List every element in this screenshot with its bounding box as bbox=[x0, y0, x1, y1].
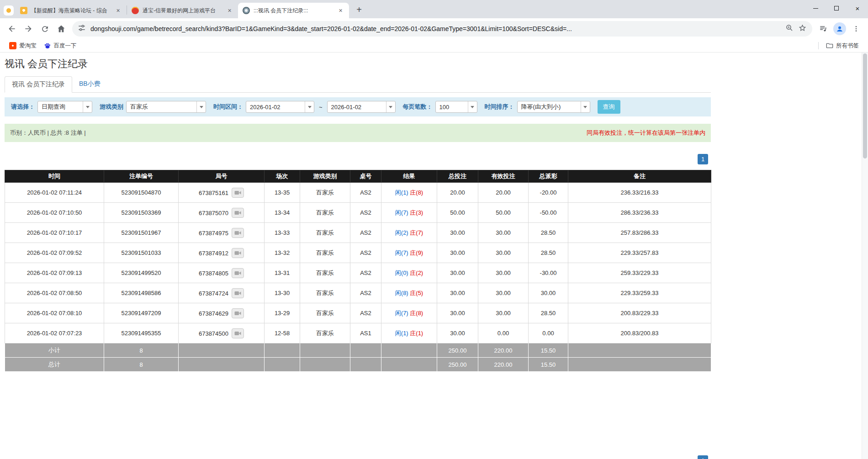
summary-notice: 同局有效投注，统一计算在该局第一张注单内 bbox=[587, 129, 705, 137]
result-banker: 庄(7) bbox=[410, 229, 423, 236]
cell-table-no: AS2 bbox=[350, 243, 381, 263]
tab-bet-records[interactable]: 视讯 会员下注纪录 bbox=[5, 76, 72, 93]
table-footer-row: 总计 8 250.00 220.00 15.50 bbox=[5, 358, 711, 372]
result-banker: 庄(1) bbox=[410, 330, 423, 337]
column-header: 总投注 bbox=[437, 170, 478, 183]
profile-avatar[interactable] bbox=[831, 21, 848, 37]
query-type-select[interactable]: 日期查询 bbox=[37, 101, 92, 113]
notification-badge bbox=[4, 5, 14, 16]
site-settings-icon[interactable] bbox=[78, 24, 86, 34]
tab-close-icon[interactable]: × bbox=[114, 7, 122, 15]
page-scrollbar[interactable] bbox=[862, 53, 868, 459]
refresh-icon[interactable] bbox=[37, 21, 53, 37]
zoom-icon[interactable] bbox=[785, 24, 794, 34]
cell-bet-id: 523091498586 bbox=[104, 283, 179, 303]
bookmark-star-icon[interactable] bbox=[798, 24, 807, 34]
cell-payout: 0.00 bbox=[529, 323, 568, 343]
table-row: 2026-01-02 07:08:10 523091497209 6738746… bbox=[5, 303, 711, 323]
cell-remark: 259.33/229.33 bbox=[568, 263, 711, 283]
cell-total-bet: 30.00 bbox=[437, 263, 478, 283]
window-maximize-button[interactable] bbox=[826, 0, 847, 16]
scrollbar-thumb[interactable] bbox=[863, 53, 867, 158]
footer-count: 8 bbox=[104, 358, 179, 372]
cell-payout: 28.50 bbox=[529, 243, 568, 263]
page-number-button[interactable]: 1 bbox=[698, 154, 708, 164]
footer-empty bbox=[179, 343, 265, 358]
replay-button[interactable] bbox=[232, 228, 244, 238]
replay-button[interactable] bbox=[232, 188, 244, 198]
table-row: 2026-01-02 07:09:52 523091501033 6738749… bbox=[5, 243, 711, 263]
replay-button[interactable] bbox=[232, 288, 244, 298]
cell-session: 13-32 bbox=[265, 243, 300, 263]
game-type-select[interactable]: 百家乐 bbox=[126, 101, 206, 113]
tab-bb-tips[interactable]: BB小费 bbox=[72, 76, 107, 92]
folder-icon bbox=[826, 42, 833, 49]
replay-button[interactable] bbox=[232, 208, 244, 218]
chevron-down-icon bbox=[305, 101, 314, 112]
window-minimize-button[interactable] bbox=[805, 0, 826, 16]
chevron-down-icon bbox=[468, 101, 477, 112]
omnibox[interactable]: dongshouji.com/game/betrecord_search/kin… bbox=[72, 21, 812, 37]
result-player: 闲(0) bbox=[395, 269, 408, 276]
cell-remark: 286.33/236.33 bbox=[568, 203, 711, 223]
game-type-value: 百家乐 bbox=[127, 103, 196, 111]
tab-close-icon[interactable]: × bbox=[337, 7, 344, 15]
cell-remark: 257.83/286.33 bbox=[568, 223, 711, 243]
column-header: 注单编号 bbox=[104, 170, 179, 183]
date-start-select[interactable]: 2026-01-02 bbox=[246, 101, 314, 113]
cell-result: 闲(2) 庄(7) bbox=[381, 223, 437, 243]
bookmark-taobao[interactable]: 爱淘宝 bbox=[5, 41, 40, 51]
cell-game: 百家乐 bbox=[300, 323, 350, 343]
filter-bar: 请选择： 日期查询 游戏类别 百家乐 时间区间： 2026-01-02 ~ 20… bbox=[5, 97, 711, 116]
cell-bet-id: 523091495355 bbox=[104, 323, 179, 343]
new-tab-button[interactable]: + bbox=[353, 3, 365, 16]
round-number: 673874500 bbox=[199, 330, 228, 337]
back-icon[interactable] bbox=[4, 21, 20, 37]
round-number: 673874629 bbox=[199, 310, 228, 317]
round-number: 673874975 bbox=[199, 229, 228, 236]
date-end-select[interactable]: 2026-01-02 bbox=[327, 101, 396, 113]
replay-button[interactable] bbox=[232, 248, 244, 258]
result-banker: 庄(8) bbox=[410, 189, 423, 196]
media-controls-icon[interactable] bbox=[815, 21, 831, 37]
browser-tab-2[interactable]: 通宝-信誉最好的网上游戏平台 × bbox=[127, 3, 238, 18]
search-button[interactable]: 查询 bbox=[598, 100, 620, 114]
sort-select[interactable]: 降幂(由大到小) bbox=[517, 101, 590, 113]
tab-title: 通宝-信誉最好的网上游戏平台 bbox=[143, 7, 222, 15]
cell-payout: -30.00 bbox=[529, 263, 568, 283]
browser-toolbar: dongshouji.com/game/betrecord_search/kin… bbox=[0, 18, 868, 39]
replay-button[interactable] bbox=[232, 268, 244, 278]
tab-close-icon[interactable]: × bbox=[226, 7, 233, 15]
cell-session: 13-33 bbox=[265, 223, 300, 243]
footer-total-bet: 250.00 bbox=[437, 358, 478, 372]
date-range-label: 时间区间： bbox=[213, 103, 243, 111]
query-type-value: 日期查询 bbox=[38, 103, 83, 111]
home-icon[interactable] bbox=[53, 21, 69, 37]
cell-result: 闲(7) 庄(8) bbox=[381, 303, 437, 323]
forward-icon[interactable] bbox=[20, 21, 37, 37]
all-bookmarks-button[interactable]: 所有书签 bbox=[822, 41, 863, 51]
cell-table-no: AS2 bbox=[350, 203, 381, 223]
pagination-top: 1 bbox=[5, 154, 711, 164]
bookmark-baidu[interactable]: 百度一下 bbox=[40, 41, 80, 51]
bookmarks-divider bbox=[818, 42, 819, 49]
browser-menu-kebab-icon[interactable] bbox=[848, 21, 864, 37]
cell-valid-bet: 30.00 bbox=[478, 243, 529, 263]
cell-session: 13-29 bbox=[265, 303, 300, 323]
cell-round: 673875070 bbox=[179, 203, 265, 223]
cell-total-bet: 30.00 bbox=[437, 323, 478, 343]
cell-session: 13-35 bbox=[265, 183, 300, 203]
page-size-select[interactable]: 100 bbox=[435, 101, 477, 113]
cell-result: 闲(1) 庄(8) bbox=[381, 183, 437, 203]
cell-valid-bet: 30.00 bbox=[478, 223, 529, 243]
cell-bet-id: 523091497209 bbox=[104, 303, 179, 323]
browser-tab-1[interactable]: 【新提醒】海燕策略论坛 - 综合 × bbox=[16, 3, 127, 18]
url-text[interactable]: dongshouji.com/game/betrecord_search/kin… bbox=[90, 25, 781, 32]
replay-button[interactable] bbox=[232, 308, 244, 318]
footer-empty bbox=[300, 343, 350, 358]
window-close-button[interactable]: × bbox=[847, 0, 868, 16]
browser-tab-3-active[interactable]: :::视讯 会员下注纪录::: × bbox=[238, 3, 349, 18]
page-number-button[interactable]: 1 bbox=[698, 455, 708, 459]
replay-button[interactable] bbox=[232, 328, 244, 338]
cell-bet-id: 523091501967 bbox=[104, 223, 179, 243]
